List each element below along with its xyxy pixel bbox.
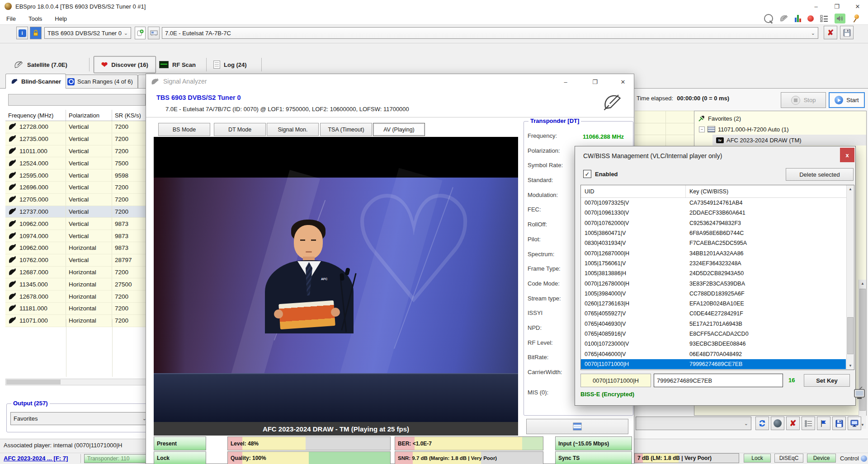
key-list-row[interactable]: 0070|12678000|H3E83F2B3CA539DBA <box>581 278 846 288</box>
diseqc-button[interactable]: DiSEqC <box>774 454 803 463</box>
maximize-button[interactable]: ❐ <box>826 0 847 13</box>
table-row[interactable]: 12678.000Horizontal7200 <box>5 291 149 303</box>
scroll-down-icon[interactable]: ▼ <box>847 362 854 370</box>
table-row[interactable]: 12524.000Vertical7500 <box>5 157 149 169</box>
key-list-scrollbar[interactable]: ▲ ▼ <box>846 185 854 370</box>
search-icon[interactable] <box>764 14 773 23</box>
table-row[interactable]: 12735.000Vertical7200 <box>5 133 149 145</box>
mode-av-button[interactable]: AV (Playing) <box>373 123 425 136</box>
col-polarization[interactable]: Polarization <box>66 110 112 121</box>
tab-discover[interactable]: ❤ Discover (16) <box>94 56 156 73</box>
speaker-icon[interactable] <box>835 14 845 23</box>
mode-dt-button[interactable]: DT Mode <box>214 123 266 136</box>
globe-button[interactable] <box>771 417 784 430</box>
close-icon[interactable]: x <box>840 148 854 162</box>
key-list-row[interactable]: 0070|12687000|H34BB1201AA32AA86 <box>581 248 846 258</box>
key-input[interactable]: 79996274689CE7EB <box>654 374 783 387</box>
key-list-row[interactable]: 0070|11071000|H79996274689CE7EB <box>581 359 846 369</box>
satellite-dish-icon[interactable] <box>779 14 788 23</box>
table-row[interactable]: 12595.000Vertical9598 <box>5 169 149 182</box>
favorites-scrollbar[interactable]: ▲ ▼ <box>859 280 866 429</box>
table-row[interactable]: 12737.000Vertical7200 <box>5 206 149 218</box>
lock-status-button[interactable]: Lock <box>744 454 771 463</box>
list-button[interactable] <box>802 417 815 430</box>
table-row[interactable]: 12728.000Vertical7200 <box>5 121 149 133</box>
channel-link[interactable]: AFC 2023-2024 ... [F: 7] <box>4 455 68 462</box>
flag-button[interactable] <box>817 417 830 430</box>
table-row[interactable]: 11345.000Horizontal27500 <box>5 278 149 291</box>
table-row[interactable]: 11071.000Horizontal7200 <box>5 315 149 327</box>
chart-icon[interactable] <box>795 15 801 22</box>
col-uid[interactable]: UID <box>581 185 686 197</box>
lock-tuner-button[interactable] <box>30 27 42 39</box>
col-key[interactable]: Key (CW/BISS) <box>686 188 854 195</box>
key-list-row[interactable]: 0765|4046000|V06E48D770A048492 <box>581 349 846 359</box>
key-list-row[interactable]: 0070|10762000|VC9253624794832F3 <box>581 218 846 228</box>
refresh-button[interactable] <box>755 417 769 430</box>
tag-add-button[interactable] <box>135 27 146 39</box>
table-row[interactable]: 11011.000Vertical7200 <box>5 145 149 158</box>
key-list-row[interactable]: 0070|10973325|VCA73549124761AB4 <box>581 198 846 208</box>
video-player[interactable]: ♡ AFC <box>154 137 518 436</box>
key-list-row[interactable]: 0260|12736163|HEFA120B024BA10EE <box>581 299 846 309</box>
tab-scan-ranges[interactable]: Scan Ranges (4 of 6) <box>62 75 138 88</box>
save-button[interactable] <box>840 26 854 39</box>
table-row[interactable]: 10974.000Vertical9873 <box>5 230 149 242</box>
favorites-channel[interactable]: tv AFC 2023-2024 DRAW (TM) <box>712 135 866 145</box>
clear-button[interactable]: ✘ <box>786 417 800 430</box>
col-sr[interactable]: SR (KS/s) <box>112 110 149 121</box>
menu-help[interactable]: Help <box>48 13 73 24</box>
col-frequency[interactable]: Frequency (MHz) <box>5 110 66 121</box>
favorites-group[interactable]: − 11071.000-H-7200 Auto (1) <box>694 124 866 135</box>
stop-button[interactable]: Stop <box>781 92 826 108</box>
mode-tsa-button[interactable]: TSA (Timeout) <box>320 123 372 136</box>
collapse-icon[interactable]: − <box>699 127 705 132</box>
key-list-row[interactable]: 0765|4055927|VC0DE44E27284291F <box>581 309 846 319</box>
close-button[interactable]: ✕ <box>613 75 633 88</box>
table-row[interactable]: 10962.000Horizontal9873 <box>5 242 149 254</box>
pushpin-icon[interactable] <box>852 14 860 23</box>
key-list-row[interactable]: 0765|4085916|VE8CFF5ACCADA2CD0 <box>581 329 846 339</box>
start-button[interactable]: Start <box>829 92 865 108</box>
bottom-select[interactable]: ⌄ <box>636 417 751 430</box>
uid-field[interactable]: 0070|11071000|H <box>580 374 651 387</box>
mode-bs-button[interactable]: BS Mode <box>158 123 210 136</box>
table-row[interactable]: 12687.000Horizontal7200 <box>5 267 149 279</box>
close-button[interactable]: ✕ <box>847 0 868 13</box>
tab-log[interactable]: Log (24) <box>213 57 247 72</box>
mode-signal-mon-button[interactable]: Signal Mon. <box>267 123 319 136</box>
key-list-row[interactable]: 1005|3984000|VCC788DD183925A6F <box>581 289 846 299</box>
minimize-button[interactable]: – <box>555 75 576 88</box>
maximize-button[interactable]: ❐ <box>585 75 605 88</box>
satellite-select[interactable]: 7.0E - Eutelsat 7A-7B-7C⌄ <box>162 27 818 39</box>
table-row[interactable]: 10962.000Vertical9873 <box>5 218 149 230</box>
table-hscrollbar[interactable] <box>5 379 149 385</box>
filter-input[interactable] <box>8 94 146 106</box>
key-list-row[interactable]: 1005|3860471|V6F8A958E6B6D744C <box>581 228 846 238</box>
output-select[interactable]: Favorites⌄ <box>10 412 150 425</box>
checklist-icon[interactable] <box>820 15 828 22</box>
tuner-select[interactable]: TBS 6903 DVBS/S2 Tuner 0⌄ <box>44 27 131 39</box>
device-config-button[interactable] <box>148 27 160 39</box>
scroll-up-icon[interactable]: ▲ <box>847 185 854 193</box>
enabled-checkbox[interactable]: ✓ Enabled <box>583 170 618 178</box>
ts-info-button[interactable] <box>526 419 628 434</box>
scroll-up-icon[interactable]: ▲ <box>859 280 866 287</box>
menu-file[interactable]: File <box>0 13 22 24</box>
table-row[interactable]: 11181.000Horizontal7200 <box>5 303 149 315</box>
save-list-button[interactable] <box>832 417 846 430</box>
table-row[interactable]: 10762.000Vertical28797 <box>5 254 149 267</box>
favorites-root[interactable]: Favorites (2) <box>694 113 866 124</box>
key-list-row[interactable]: 0070|10961330|V2DDAECF33B60A641 <box>581 208 846 218</box>
key-list-row[interactable]: 1005|1756061|V2324EF364323248A <box>581 258 846 268</box>
monitor-button[interactable] <box>848 417 861 430</box>
device-button[interactable]: Device <box>807 454 836 463</box>
delete-selected-button[interactable]: Delete selected <box>786 168 854 181</box>
tab-blind-scanner[interactable]: Blind-Scanner <box>5 74 66 89</box>
set-key-button[interactable]: Set Key <box>804 374 850 387</box>
table-row[interactable]: 12705.000Vertical7200 <box>5 194 149 206</box>
menu-tools[interactable]: Tools <box>22 13 48 24</box>
info-button[interactable]: i <box>16 27 28 39</box>
key-list-row[interactable]: 0765|4046930|V5E17A21701A6943B <box>581 319 846 329</box>
key-list-row[interactable]: 0100|10723000|V93ECBC3BDEE08846 <box>581 339 846 349</box>
